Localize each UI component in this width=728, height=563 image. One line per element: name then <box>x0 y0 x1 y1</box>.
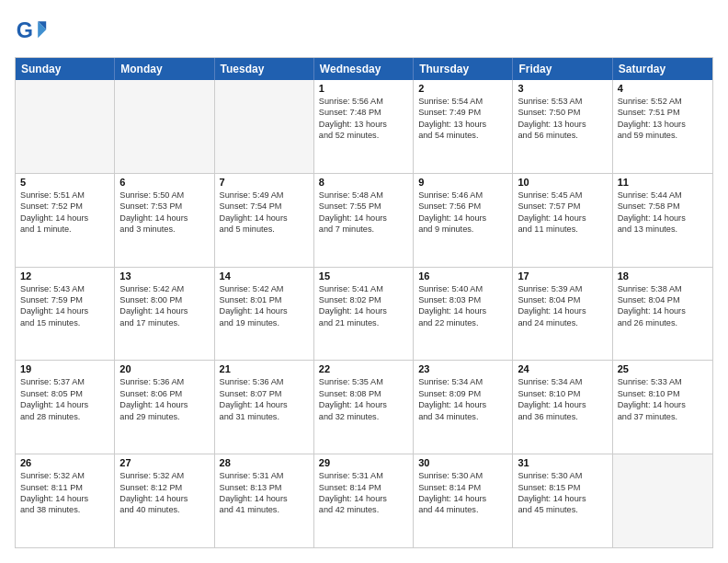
day-number: 19 <box>20 363 109 374</box>
day-info: Sunrise: 5:38 AM Sunset: 8:04 PM Dayligh… <box>618 283 708 329</box>
day-number: 31 <box>518 457 607 468</box>
calendar-body: 1Sunrise: 5:56 AM Sunset: 7:48 PM Daylig… <box>16 80 712 547</box>
day-info: Sunrise: 5:32 AM Sunset: 8:12 PM Dayligh… <box>119 470 209 516</box>
day-info: Sunrise: 5:30 AM Sunset: 8:14 PM Dayligh… <box>418 470 507 516</box>
calendar-cell-empty <box>613 454 712 547</box>
day-number: 29 <box>319 457 408 468</box>
day-info: Sunrise: 5:34 AM Sunset: 8:09 PM Dayligh… <box>418 376 507 422</box>
calendar-cell-day-17: 17Sunrise: 5:39 AM Sunset: 8:04 PM Dayli… <box>513 268 612 361</box>
day-number: 14 <box>220 270 309 282</box>
day-info: Sunrise: 5:43 AM Sunset: 7:59 PM Dayligh… <box>20 283 109 329</box>
day-info: Sunrise: 5:37 AM Sunset: 8:05 PM Dayligh… <box>20 376 109 422</box>
calendar-header: SundayMondayTuesdayWednesdayThursdayFrid… <box>16 58 712 80</box>
weekday-header-sunday: Sunday <box>16 58 115 80</box>
logo-icon: G <box>15 15 48 48</box>
day-info: Sunrise: 5:31 AM Sunset: 8:13 PM Dayligh… <box>220 470 309 516</box>
calendar-cell-day-6: 6Sunrise: 5:50 AM Sunset: 7:53 PM Daylig… <box>115 174 214 267</box>
weekday-header-saturday: Saturday <box>613 58 712 80</box>
calendar-cell-day-1: 1Sunrise: 5:56 AM Sunset: 7:48 PM Daylig… <box>314 80 414 173</box>
calendar-cell-day-25: 25Sunrise: 5:33 AM Sunset: 8:10 PM Dayli… <box>613 361 712 454</box>
day-number: 16 <box>418 270 507 282</box>
day-number: 12 <box>20 270 109 282</box>
calendar-cell-day-27: 27Sunrise: 5:32 AM Sunset: 8:12 PM Dayli… <box>115 454 214 547</box>
calendar-cell-day-8: 8Sunrise: 5:48 AM Sunset: 7:55 PM Daylig… <box>314 174 414 267</box>
calendar-cell-day-30: 30Sunrise: 5:30 AM Sunset: 8:14 PM Dayli… <box>414 454 513 547</box>
calendar-row-1: 1Sunrise: 5:56 AM Sunset: 7:48 PM Daylig… <box>16 80 712 173</box>
day-number: 28 <box>220 457 309 468</box>
day-info: Sunrise: 5:31 AM Sunset: 8:14 PM Dayligh… <box>319 470 408 516</box>
day-info: Sunrise: 5:53 AM Sunset: 7:50 PM Dayligh… <box>518 96 607 142</box>
day-info: Sunrise: 5:50 AM Sunset: 7:53 PM Dayligh… <box>119 190 209 236</box>
calendar-row-2: 5Sunrise: 5:51 AM Sunset: 7:52 PM Daylig… <box>16 173 712 267</box>
day-number: 30 <box>418 457 507 468</box>
calendar-cell-day-20: 20Sunrise: 5:36 AM Sunset: 8:06 PM Dayli… <box>115 361 214 454</box>
day-number: 1 <box>319 83 408 94</box>
day-info: Sunrise: 5:36 AM Sunset: 8:07 PM Dayligh… <box>220 376 309 422</box>
day-number: 10 <box>518 177 607 188</box>
calendar-cell-day-9: 9Sunrise: 5:46 AM Sunset: 7:56 PM Daylig… <box>414 174 513 267</box>
day-number: 25 <box>618 363 708 374</box>
day-info: Sunrise: 5:52 AM Sunset: 7:51 PM Dayligh… <box>618 96 708 142</box>
calendar-cell-day-12: 12Sunrise: 5:43 AM Sunset: 7:59 PM Dayli… <box>16 268 115 361</box>
day-number: 9 <box>418 177 507 188</box>
day-info: Sunrise: 5:36 AM Sunset: 8:06 PM Dayligh… <box>119 376 209 422</box>
day-info: Sunrise: 5:35 AM Sunset: 8:08 PM Dayligh… <box>319 376 408 422</box>
weekday-header-monday: Monday <box>115 58 214 80</box>
day-number: 24 <box>518 363 607 374</box>
calendar-cell-empty <box>215 80 314 173</box>
weekday-header-wednesday: Wednesday <box>314 58 414 80</box>
svg-text:G: G <box>17 18 33 42</box>
day-info: Sunrise: 5:34 AM Sunset: 8:10 PM Dayligh… <box>518 376 607 422</box>
calendar-cell-day-7: 7Sunrise: 5:49 AM Sunset: 7:54 PM Daylig… <box>215 174 314 267</box>
day-number: 5 <box>20 177 109 188</box>
day-info: Sunrise: 5:42 AM Sunset: 8:01 PM Dayligh… <box>220 283 309 329</box>
calendar: SundayMondayTuesdayWednesdayThursdayFrid… <box>15 57 713 548</box>
calendar-cell-day-5: 5Sunrise: 5:51 AM Sunset: 7:52 PM Daylig… <box>16 174 115 267</box>
day-info: Sunrise: 5:46 AM Sunset: 7:56 PM Dayligh… <box>418 190 507 236</box>
day-info: Sunrise: 5:42 AM Sunset: 8:00 PM Dayligh… <box>119 283 209 329</box>
calendar-cell-day-4: 4Sunrise: 5:52 AM Sunset: 7:51 PM Daylig… <box>613 80 712 173</box>
day-number: 21 <box>220 363 309 374</box>
calendar-cell-day-10: 10Sunrise: 5:45 AM Sunset: 7:57 PM Dayli… <box>513 174 612 267</box>
day-info: Sunrise: 5:33 AM Sunset: 8:10 PM Dayligh… <box>618 376 708 422</box>
calendar-cell-empty <box>16 80 115 173</box>
header: G <box>15 15 713 48</box>
day-number: 22 <box>319 363 408 374</box>
calendar-cell-empty <box>115 80 214 173</box>
logo: G <box>15 15 51 48</box>
calendar-cell-day-18: 18Sunrise: 5:38 AM Sunset: 8:04 PM Dayli… <box>613 268 712 361</box>
day-info: Sunrise: 5:41 AM Sunset: 8:02 PM Dayligh… <box>319 283 408 329</box>
day-number: 7 <box>220 177 309 188</box>
calendar-cell-day-19: 19Sunrise: 5:37 AM Sunset: 8:05 PM Dayli… <box>16 361 115 454</box>
calendar-cell-day-29: 29Sunrise: 5:31 AM Sunset: 8:14 PM Dayli… <box>314 454 414 547</box>
calendar-cell-day-14: 14Sunrise: 5:42 AM Sunset: 8:01 PM Dayli… <box>215 268 314 361</box>
weekday-header-tuesday: Tuesday <box>215 58 314 80</box>
weekday-header-friday: Friday <box>513 58 612 80</box>
page: G SundayMondayTuesdayWednesdayThursdayFr… <box>0 0 728 563</box>
day-number: 20 <box>119 363 209 374</box>
day-number: 2 <box>418 83 507 94</box>
day-number: 6 <box>119 177 209 188</box>
day-number: 4 <box>618 83 708 94</box>
day-info: Sunrise: 5:51 AM Sunset: 7:52 PM Dayligh… <box>20 190 109 236</box>
day-number: 13 <box>119 270 209 282</box>
calendar-row-3: 12Sunrise: 5:43 AM Sunset: 7:59 PM Dayli… <box>16 267 712 361</box>
day-number: 8 <box>319 177 408 188</box>
day-info: Sunrise: 5:40 AM Sunset: 8:03 PM Dayligh… <box>418 283 507 329</box>
calendar-cell-day-28: 28Sunrise: 5:31 AM Sunset: 8:13 PM Dayli… <box>215 454 314 547</box>
day-number: 11 <box>618 177 708 188</box>
calendar-cell-day-24: 24Sunrise: 5:34 AM Sunset: 8:10 PM Dayli… <box>513 361 612 454</box>
calendar-cell-day-13: 13Sunrise: 5:42 AM Sunset: 8:00 PM Dayli… <box>115 268 214 361</box>
day-info: Sunrise: 5:44 AM Sunset: 7:58 PM Dayligh… <box>618 190 708 236</box>
calendar-cell-day-22: 22Sunrise: 5:35 AM Sunset: 8:08 PM Dayli… <box>314 361 414 454</box>
calendar-cell-day-11: 11Sunrise: 5:44 AM Sunset: 7:58 PM Dayli… <box>613 174 712 267</box>
calendar-cell-day-31: 31Sunrise: 5:30 AM Sunset: 8:15 PM Dayli… <box>513 454 612 547</box>
day-info: Sunrise: 5:39 AM Sunset: 8:04 PM Dayligh… <box>518 283 607 329</box>
day-number: 17 <box>518 270 607 282</box>
day-info: Sunrise: 5:54 AM Sunset: 7:49 PM Dayligh… <box>418 96 507 142</box>
day-info: Sunrise: 5:49 AM Sunset: 7:54 PM Dayligh… <box>220 190 309 236</box>
day-number: 3 <box>518 83 607 94</box>
day-info: Sunrise: 5:48 AM Sunset: 7:55 PM Dayligh… <box>319 190 408 236</box>
day-info: Sunrise: 5:32 AM Sunset: 8:11 PM Dayligh… <box>20 470 109 516</box>
calendar-row-4: 19Sunrise: 5:37 AM Sunset: 8:05 PM Dayli… <box>16 360 712 454</box>
